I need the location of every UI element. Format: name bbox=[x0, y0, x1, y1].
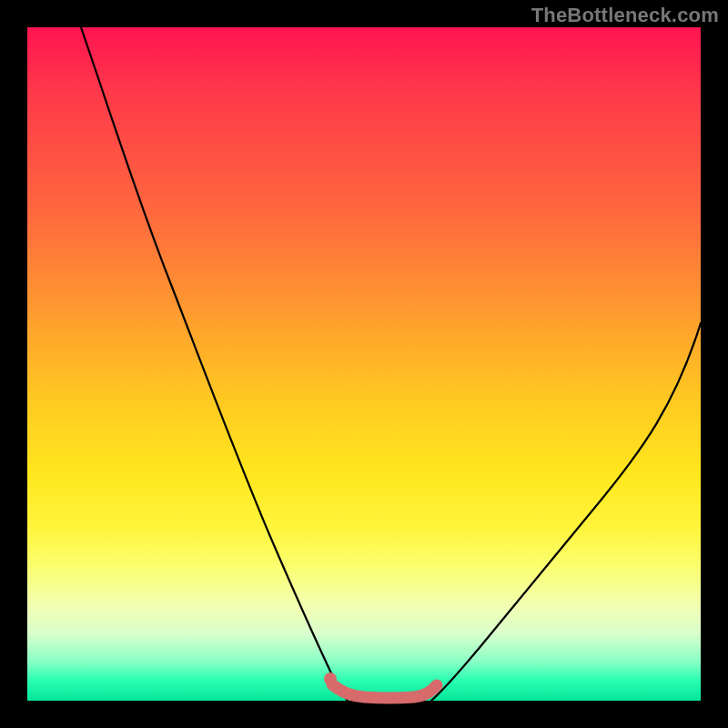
chart-frame: TheBottleneck.com bbox=[0, 0, 728, 728]
watermark-text: TheBottleneck.com bbox=[531, 4, 719, 27]
valley-marker-dot bbox=[324, 672, 337, 685]
curve-right-branch bbox=[431, 323, 701, 701]
curves-svg bbox=[27, 27, 701, 701]
curve-left-branch bbox=[81, 27, 348, 701]
valley-highlight bbox=[332, 684, 437, 698]
plot-area bbox=[27, 27, 701, 701]
